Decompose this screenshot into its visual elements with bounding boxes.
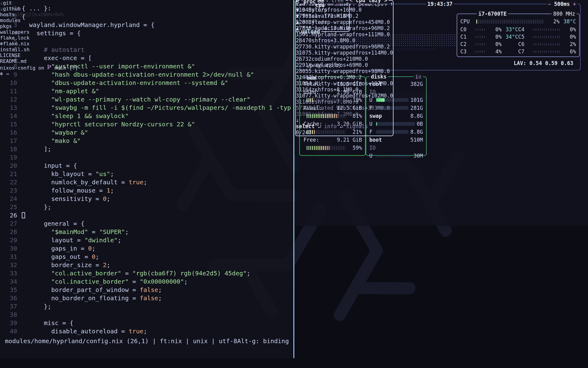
btop-window: 1cpu menu preset * 19:43:37 − 500ms + i7… xyxy=(295,0,588,226)
editor-line[interactable]: 29 layout = "dwindle"; xyxy=(3,236,292,244)
process-counter: 0/243 xyxy=(296,129,311,136)
file-row[interactable]: .git xyxy=(0,0,78,6)
scroll-down-icon[interactable]: ↓ xyxy=(296,117,299,123)
process-row[interactable]: 31164zshfros+8.1M0.0 xyxy=(296,86,393,93)
tree-button[interactable]: tree xyxy=(330,0,345,4)
editor-line[interactable]: 23 follow_mouse = 1; xyxy=(3,186,292,195)
file-name: LICENSE xyxy=(0,52,21,58)
git-branch-icon xyxy=(47,65,51,71)
process-row[interactable]: 31447btopfros+6.3M0.2 xyxy=(296,74,393,80)
editor-line[interactable]: 22 numlock_by_default = true; xyxy=(3,178,292,186)
line-number: 22 xyxy=(3,178,17,186)
editor-line[interactable]: 33 "col.active_border" = "rgb(cba6f7) rg… xyxy=(3,269,292,278)
editor-line[interactable]: 15 "hyprctl setcursor Nordzy-cursors 22 … xyxy=(3,120,292,128)
file-row[interactable]: LICENSE xyxy=(0,52,78,58)
editor-line[interactable]: 31 gaps_out = 0; xyxy=(3,253,292,261)
editor-line[interactable]: 12 "wl-paste --primary --watch wl-copy -… xyxy=(3,95,292,104)
select-button[interactable]: select xyxy=(296,123,315,129)
process-row[interactable]: 31086zshfros+7.3M0.0 xyxy=(296,111,393,117)
editor-line[interactable]: 20 input = { xyxy=(3,162,292,170)
prompt-on-text: on xyxy=(38,65,44,71)
interval-decrease-button[interactable]: − xyxy=(548,1,551,7)
editor-line[interactable]: 36 no_border_on_floating = false; xyxy=(3,294,292,302)
sort-direction-icon: ↑ xyxy=(390,1,393,7)
file-row[interactable]: ❄flake.nix xyxy=(0,41,78,47)
git-branch-name: main xyxy=(55,65,66,71)
process-row[interactable]: 2291Xwaylandfros+69M0.0 xyxy=(296,62,393,68)
file-row[interactable]: install.sh xyxy=(0,47,78,52)
info-button[interactable]: info xyxy=(324,123,337,129)
editor-line[interactable]: 11 "nm-applet &" xyxy=(3,87,292,95)
interval-increase-button[interactable]: + xyxy=(573,1,576,7)
editor-line[interactable]: 25 }; xyxy=(3,203,292,211)
editor-line[interactable]: 34 "col.inactive_border" = "0x00000000"; xyxy=(3,278,292,286)
editor-line[interactable]: 27 general = { xyxy=(3,220,292,228)
cpu-core-row: C10%34°C xyxy=(460,33,518,40)
editor-line[interactable]: 19 xyxy=(3,153,292,162)
sort-selector[interactable]: < cpu lazy > xyxy=(348,0,389,4)
process-row[interactable]: 5280.floorp-wrappefros+454M0.0 xyxy=(296,19,393,25)
editor-line[interactable]: 24 sensitivity = 0; xyxy=(3,195,292,203)
editor-statusline: modules/home/hyprland/config.nix (26,1) … xyxy=(5,337,290,345)
editor-line[interactable]: 21 kb_layout = "us"; xyxy=(3,170,292,178)
editor-line[interactable]: 35 border_part_of_window = false; xyxy=(3,286,292,294)
file-name: pkgs xyxy=(0,23,12,29)
process-row[interactable]: 27830.audacious-wrafros+96M0.2 xyxy=(296,25,393,31)
file-name: README.md xyxy=(0,58,27,64)
process-row[interactable]: 5712Isolated Web Cfros+303M0.0 xyxy=(296,105,393,111)
process-row[interactable]: 28470shfros+3.8M0.0 xyxy=(296,37,393,44)
file-row[interactable]: .github xyxy=(0,6,78,12)
line-number: 16 xyxy=(3,128,17,137)
editor-line[interactable]: 16 "waybar &" xyxy=(3,128,292,137)
process-row[interactable]: 27730.kitty-wrappedfros+96M0.2 xyxy=(296,44,393,50)
editor-line[interactable]: 13 "swaybg -m fill -i $(find ~/Pictures/… xyxy=(3,104,292,112)
process-row[interactable]: 31084.kitty-wrappedfros+107M0.0 xyxy=(296,80,393,86)
line-number: 39 xyxy=(3,319,17,327)
process-row[interactable]: 1561.Hyprland-wrapfros+111M0.0 xyxy=(296,31,393,37)
shell-input-line[interactable]: ❄ → xyxy=(0,71,78,77)
cpu-core-row: C00%33°C xyxy=(460,26,518,33)
process-row[interactable]: 31103zshfros+7.8M0.0 xyxy=(296,99,393,105)
cpu-total-percent: 2% xyxy=(547,18,560,25)
process-row[interactable]: 27903cavafros+14M0.2 xyxy=(296,13,393,19)
line-number: 14 xyxy=(3,112,17,120)
process-row[interactable]: 26732codiumfros+210M0.0 xyxy=(296,56,393,62)
editor-line[interactable]: 28 "$mainMod" = "SUPER"; xyxy=(3,228,292,236)
cpu-core-row: C76% xyxy=(518,48,576,55)
editor-line[interactable]: 39 misc = { xyxy=(3,319,292,327)
editor-line[interactable]: 17 "mako &" xyxy=(3,137,292,145)
editor-line[interactable]: 38 xyxy=(3,311,292,319)
file-row[interactable]: pkgs xyxy=(0,23,78,29)
process-row[interactable]: 31077.kitty-wrappedfros+102M0.0 xyxy=(296,93,393,99)
process-row[interactable]: 28055.kitty-wrappedfros+98M0.0 xyxy=(296,68,393,74)
editor-line[interactable]: 14 "sleep 1 && swaylock" xyxy=(3,112,292,120)
file-row[interactable]: modules xyxy=(0,17,78,23)
editor-line[interactable]: 10 "dbus-update-activation-environment -… xyxy=(3,79,292,87)
process-row[interactable]: 31948slurpfros+16M0.0 xyxy=(296,7,393,13)
editor-line[interactable]: 40 disable_autoreload = true; xyxy=(3,327,292,335)
cpu-cores: C00%33°CC10%34°CC20%C34% C40%C50%C62%C76… xyxy=(460,26,576,55)
editor-line[interactable]: 30 gaps_in = 0; xyxy=(3,244,292,253)
process-row[interactable]: 31075.kitty-wrappedfros+114M0.0 xyxy=(296,50,393,56)
cpu-frequency: 800 MHz xyxy=(552,10,577,17)
proc-rows: 31948slurpfros+16M0.027903cavafros+14M0.… xyxy=(296,7,393,117)
line-number: 27 xyxy=(3,220,17,228)
editor-line[interactable]: 37 }; xyxy=(3,302,292,311)
line-number: 17 xyxy=(3,137,17,145)
enter-icon: ↵ xyxy=(318,123,321,129)
io-mode-button[interactable]: io xyxy=(414,73,423,80)
file-row[interactable]: hosts xyxy=(0,12,78,17)
file-row[interactable]: README.md xyxy=(0,58,78,64)
statusline-file-info: modules/home/hyprland/config.nix (26,1) … xyxy=(5,337,237,345)
cpu-total-temp: 38°C xyxy=(560,18,576,25)
line-number: 15 xyxy=(3,120,17,128)
editor-line[interactable]: 18 ]; xyxy=(3,145,292,153)
editor-line[interactable]: 26 xyxy=(3,211,292,220)
file-row[interactable]: flake.lock xyxy=(0,35,78,41)
process-footer: select ↵ info ↵ signals xyxy=(296,123,393,129)
signals-button[interactable]: signals xyxy=(346,123,368,129)
file-row[interactable]: wallpapers xyxy=(0,29,78,35)
line-number: 34 xyxy=(3,278,17,286)
editor-line[interactable]: 32 border_size = 2; xyxy=(3,261,292,269)
line-number: 13 xyxy=(3,104,17,112)
